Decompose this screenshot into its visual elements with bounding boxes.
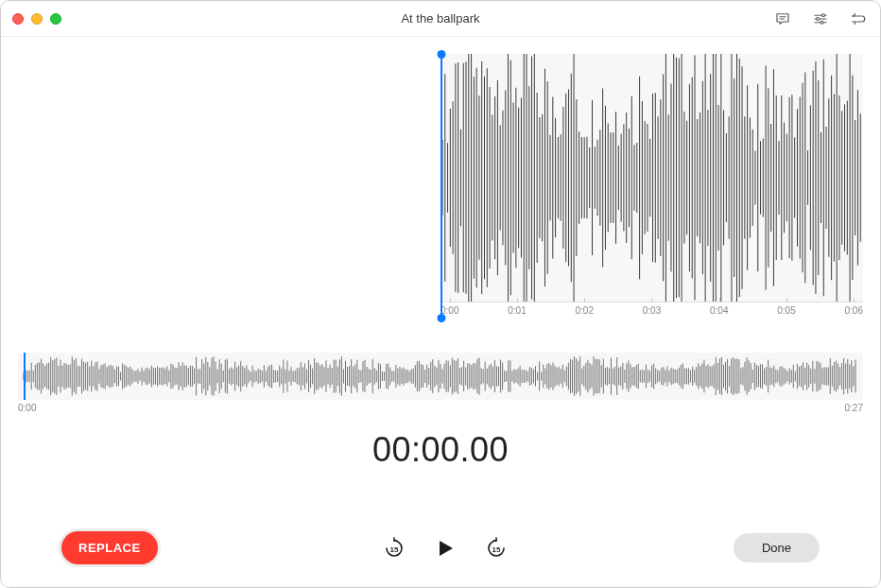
window-title: At the ballpark <box>1 11 880 26</box>
transport-controls: 15 15 <box>381 535 510 562</box>
close-window-button[interactable] <box>12 13 24 25</box>
svg-point-5 <box>822 13 825 16</box>
zoom-tick: 0:02 <box>576 305 594 319</box>
overview-end-time: 0:27 <box>845 403 863 413</box>
svg-text:15: 15 <box>492 545 501 553</box>
replace-button[interactable]: REPLACE <box>61 531 158 564</box>
window-controls <box>12 13 61 25</box>
overview-playhead[interactable] <box>24 353 26 400</box>
skip-forward-15-button[interactable]: 15 <box>483 535 510 562</box>
svg-point-7 <box>821 21 823 24</box>
fullscreen-window-button[interactable] <box>50 13 61 25</box>
trim-icon[interactable] <box>848 9 869 29</box>
svg-point-6 <box>817 17 820 20</box>
timecode-display: 00:00.00 <box>1 430 880 470</box>
overview-waveform-area: 0:00 0:27 <box>18 353 863 413</box>
zoom-tick: 0:05 <box>777 305 795 319</box>
zoom-waveform[interactable]: 0:00 0:01 0:02 0:03 0:04 0:05 0:06 <box>18 54 863 319</box>
playback-settings-icon[interactable] <box>810 9 831 29</box>
zoom-timeline: 0:00 0:01 0:02 0:03 0:04 0:05 0:06 <box>440 302 863 319</box>
zoom-waveform-display <box>440 54 863 302</box>
bottom-controls: REPLACE 15 15 Done <box>1 531 880 564</box>
svg-text:15: 15 <box>390 545 399 553</box>
overview-time-labels: 0:00 0:27 <box>18 403 863 413</box>
done-button[interactable]: Done <box>734 533 820 562</box>
play-button[interactable] <box>432 535 458 562</box>
minimize-window-button[interactable] <box>31 13 43 25</box>
playhead[interactable] <box>440 54 442 319</box>
zoom-tick: 0:03 <box>643 305 661 319</box>
zoom-tick: 0:01 <box>508 305 526 319</box>
zoom-tick: 0:04 <box>710 305 728 319</box>
titlebar: At the ballpark <box>1 1 880 37</box>
overview-start-time: 0:00 <box>18 403 36 413</box>
skip-back-15-button[interactable]: 15 <box>381 535 407 562</box>
titlebar-right-actions <box>772 9 869 29</box>
main-waveform-area: 0:00 0:01 0:02 0:03 0:04 0:05 0:06 <box>1 37 880 319</box>
transcript-icon[interactable] <box>772 9 793 29</box>
overview-waveform[interactable] <box>18 353 863 400</box>
zoom-tick: 0:06 <box>845 305 863 319</box>
